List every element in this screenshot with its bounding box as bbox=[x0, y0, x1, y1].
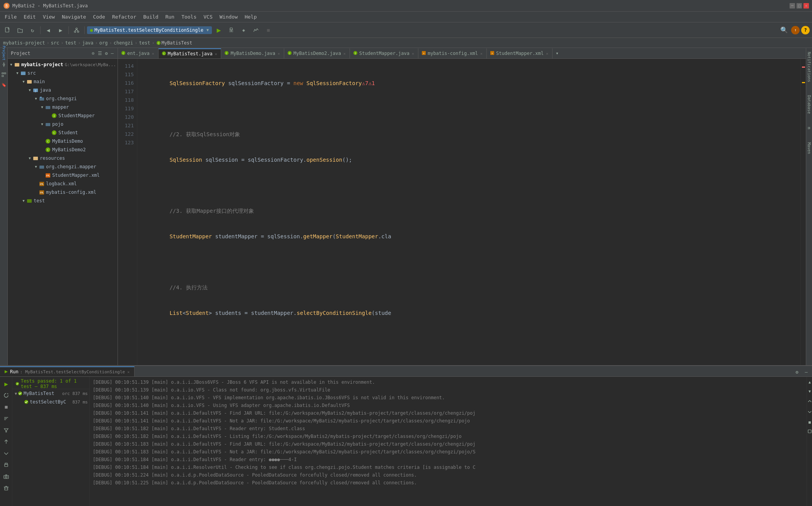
maximize-button[interactable]: □ bbox=[797, 3, 802, 9]
run-rerun-button[interactable] bbox=[1, 390, 12, 401]
tree-item-src[interactable]: ▼ src bbox=[8, 69, 118, 77]
tree-item-studentmapper-if[interactable]: ▶ I StudentMapper bbox=[8, 111, 118, 120]
profile-button[interactable] bbox=[251, 25, 261, 36]
settings-icon[interactable]: ⚙ bbox=[104, 50, 109, 57]
sync-button[interactable]: ↻ bbox=[27, 25, 38, 36]
right-tab-notifications[interactable]: Notifications bbox=[807, 50, 812, 84]
tab-mybatisdemo[interactable]: C MyBatisDemo.java ✕ bbox=[221, 48, 284, 58]
bookmark-icon[interactable]: 🔖 bbox=[0, 81, 7, 88]
tab-close-mybatistest[interactable]: ✕ bbox=[214, 51, 218, 56]
tree-item-pojo[interactable]: ▼ pojo bbox=[8, 120, 118, 128]
tab-close-mybatisdemo2[interactable]: ✕ bbox=[343, 51, 346, 56]
tab-close-mybatis-config[interactable]: ✕ bbox=[479, 51, 483, 56]
breadcrumb-test[interactable]: test bbox=[65, 40, 77, 46]
tree-item-test[interactable]: ▼ test bbox=[8, 197, 118, 205]
new-file-button[interactable] bbox=[2, 25, 13, 36]
tab-studentmapper[interactable]: I StudentMapper.java ✕ bbox=[350, 48, 418, 58]
expand-icon[interactable]: ☰ bbox=[97, 50, 103, 57]
tab-close-studentmapper[interactable]: ✕ bbox=[411, 51, 415, 56]
forward-button[interactable]: ▶ bbox=[55, 25, 66, 36]
minimize-panel-icon[interactable]: — bbox=[110, 50, 114, 57]
test-item-testselectbyc[interactable]: ▼ testSelectByC 837 ms bbox=[12, 398, 89, 406]
run-sort-button[interactable] bbox=[1, 413, 12, 424]
right-tab-database[interactable]: Database bbox=[807, 93, 812, 116]
breadcrumb-chengzi[interactable]: chengzi bbox=[114, 40, 133, 46]
run-play-button[interactable]: ▶ bbox=[1, 378, 12, 389]
menu-item-run[interactable]: Run bbox=[162, 13, 177, 21]
breadcrumb-java[interactable]: java bbox=[82, 40, 94, 46]
menu-item-navigate[interactable]: Navigate bbox=[59, 13, 89, 21]
breadcrumb-org[interactable]: org bbox=[99, 40, 108, 46]
right-tab-m[interactable]: m bbox=[807, 125, 812, 132]
tree-item-resources[interactable]: ▼ resources bbox=[8, 154, 118, 162]
tree-item-org-chengzi-mapper[interactable]: ▼ org.chengzi.mapper bbox=[8, 162, 118, 171]
tree-item-mybatis-config-xml[interactable]: ▶ XML mybatis-config.xml bbox=[8, 188, 118, 197]
menu-item-refactor[interactable]: Refactor bbox=[109, 13, 140, 21]
run-button[interactable]: ▶ bbox=[213, 25, 224, 36]
bottom-tab-run-close[interactable]: ✕ bbox=[126, 369, 130, 374]
run-expand-button[interactable] bbox=[1, 448, 12, 459]
menu-item-view[interactable]: View bbox=[40, 13, 58, 21]
right-tab-maven[interactable]: Maven bbox=[807, 140, 812, 156]
menu-item-file[interactable]: File bbox=[2, 13, 20, 21]
git-button[interactable] bbox=[71, 25, 82, 36]
tabs-menu-button[interactable]: ▾ bbox=[553, 48, 562, 58]
tree-item-java[interactable]: ▼ j java bbox=[8, 86, 118, 94]
run-delete-button[interactable] bbox=[1, 483, 12, 494]
breadcrumb-src[interactable]: src bbox=[51, 40, 60, 46]
bottom-minimize-button[interactable]: — bbox=[802, 368, 810, 376]
tree-item-main[interactable]: ▼ main bbox=[8, 77, 118, 86]
run-scroll-down-button[interactable]: ▼ bbox=[807, 387, 812, 395]
run-scroll-button[interactable] bbox=[1, 436, 12, 447]
run-right-btn-6[interactable] bbox=[807, 427, 812, 436]
run-scroll-up-button[interactable]: ▲ bbox=[807, 378, 812, 386]
tab-studentmapper-xml[interactable]: X StudentMapper.xml ✕ bbox=[487, 48, 553, 58]
coverage-button[interactable]: ◈ bbox=[238, 25, 249, 36]
stop-button[interactable]: ■ bbox=[263, 25, 274, 36]
tab-ent-java[interactable]: C ent.java ✕ bbox=[118, 48, 159, 58]
breadcrumb-test2[interactable]: test bbox=[139, 40, 150, 46]
menu-item-tools[interactable]: Tools bbox=[178, 13, 200, 21]
back-button[interactable]: ◀ bbox=[43, 25, 54, 36]
structure-icon[interactable] bbox=[0, 71, 7, 78]
commit-icon[interactable] bbox=[0, 61, 7, 68]
close-button[interactable]: ✕ bbox=[803, 3, 809, 9]
menu-item-vcs[interactable]: VCS bbox=[200, 13, 215, 21]
run-config-dropdown[interactable]: ● MyBatisTest.testSelectByConditionSingl… bbox=[87, 26, 212, 34]
search-button[interactable]: 🔍 bbox=[779, 25, 790, 36]
run-right-btn-3[interactable] bbox=[807, 398, 812, 406]
run-right-btn-5[interactable]: ■ bbox=[807, 418, 812, 426]
tree-item-mybatisdemo[interactable]: ▶ C MyBatisDemo bbox=[8, 137, 118, 145]
tree-item-org-chengzi[interactable]: ▼ org.chengzi bbox=[8, 94, 118, 103]
log-output[interactable]: [DEBUG] 00:10:51.139 [main] o.a.i.i.JBos… bbox=[90, 377, 807, 506]
tree-item-mapper[interactable]: ▼ mapper bbox=[8, 103, 118, 111]
tree-item-root[interactable]: ▼ mybatis-project G:\workspace\MyBa... bbox=[8, 60, 118, 69]
window-controls[interactable]: ─ □ ✕ bbox=[790, 3, 809, 9]
update-button[interactable]: ↑ bbox=[791, 26, 800, 34]
tab-mybatis-config[interactable]: X mybatis-config.xml ✕ bbox=[418, 48, 487, 58]
run-filter-button[interactable] bbox=[1, 425, 12, 436]
tab-close-mybatisdemo[interactable]: ✕ bbox=[277, 51, 281, 56]
breadcrumb-project[interactable]: mybatis-project bbox=[3, 40, 45, 46]
run-right-btn-4[interactable] bbox=[807, 407, 812, 415]
run-stop-button[interactable]: ■ bbox=[1, 402, 12, 412]
tree-item-logback-xml[interactable]: ▶ XML logback.xml bbox=[8, 179, 118, 188]
debug-button[interactable] bbox=[226, 25, 237, 36]
menu-item-edit[interactable]: Edit bbox=[20, 13, 39, 21]
tree-item-studentmapper-xml[interactable]: ▶ XML StudentMapper.xml bbox=[8, 171, 118, 179]
minimize-button[interactable]: ─ bbox=[790, 3, 795, 9]
menu-item-code[interactable]: Code bbox=[90, 13, 108, 21]
run-print-button[interactable] bbox=[1, 460, 12, 470]
tree-item-mybatisdemo2[interactable]: ▶ C MyBatisDemo2 bbox=[8, 145, 118, 154]
open-button[interactable] bbox=[15, 25, 26, 36]
code-content[interactable]: SqlSessionFactory sqlSessionFactory = ne… bbox=[137, 59, 800, 365]
menu-item-build[interactable]: Build bbox=[140, 13, 162, 21]
bottom-settings-button[interactable]: ⚙ bbox=[793, 368, 801, 376]
tab-mybatistest[interactable]: C MyBatisTest.java ✕ bbox=[159, 48, 222, 58]
bottom-tab-run[interactable]: Run : MyBatisTest.testSelectByConditionS… bbox=[0, 366, 135, 376]
menu-item-window[interactable]: Window bbox=[217, 13, 241, 21]
menu-item-help[interactable]: Help bbox=[242, 13, 260, 21]
tab-close-studentmapper-xml[interactable]: ✕ bbox=[545, 51, 549, 56]
project-icon[interactable]: Project bbox=[0, 50, 7, 56]
scope-icon[interactable]: ⊙ bbox=[91, 50, 95, 57]
